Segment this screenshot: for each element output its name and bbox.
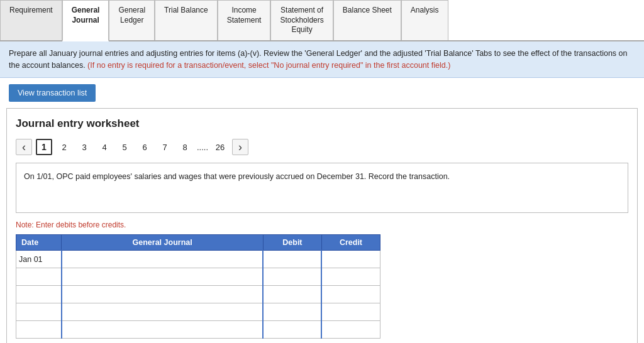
row1-date: Jan 01: [16, 251, 62, 268]
view-transaction-list-button[interactable]: View transaction list: [9, 84, 96, 102]
row1-desc-input[interactable]: [62, 254, 263, 265]
journal-entry-table: Date General Journal Debit Credit Jan 01: [16, 234, 380, 339]
tab-general-journal[interactable]: GeneralJournal: [62, 0, 109, 41]
row3-credit-input[interactable]: [322, 289, 380, 300]
pagination-prev-button[interactable]: ‹: [16, 139, 32, 155]
row2-debit-cell[interactable]: [263, 268, 321, 286]
row3-date: [16, 286, 62, 303]
col-header-credit: Credit: [321, 235, 380, 251]
row5-desc-input[interactable]: [62, 324, 263, 335]
pagination-ellipsis: .....: [197, 143, 208, 152]
row1-credit-input[interactable]: [322, 254, 380, 265]
instruction-red: (If no entry is required for a transacti…: [87, 61, 450, 70]
row2-desc-cell[interactable]: [62, 268, 264, 286]
row5-debit-input[interactable]: [264, 324, 321, 335]
transaction-description: On 1/01, OPC paid employees' salaries an…: [16, 163, 628, 213]
row2-debit-input[interactable]: [264, 271, 321, 283]
row2-date: [16, 268, 62, 286]
row3-debit-cell[interactable]: [263, 286, 321, 303]
tab-stockholders-equity[interactable]: Statement ofStockholdersEquity: [270, 0, 333, 40]
note-text: Note: Enter debits before credits.: [16, 220, 628, 229]
row1-credit-cell[interactable]: [321, 251, 380, 268]
row3-debit-input[interactable]: [264, 289, 321, 300]
tab-analysis[interactable]: Analysis: [401, 0, 448, 40]
row4-credit-input[interactable]: [322, 307, 380, 318]
tab-requirement[interactable]: Requirement: [0, 0, 62, 40]
row2-credit-input[interactable]: [322, 271, 380, 283]
pagination-page-26[interactable]: 26: [212, 139, 228, 155]
row5-credit-input[interactable]: [322, 324, 380, 335]
row2-desc-input[interactable]: [62, 271, 263, 283]
col-header-debit: Debit: [263, 235, 321, 251]
pagination-page-3[interactable]: 3: [76, 139, 92, 155]
tab-bar: Requirement GeneralJournal GeneralLedger…: [0, 0, 644, 41]
pagination-page-4[interactable]: 4: [96, 139, 113, 155]
table-row: [16, 321, 380, 339]
pagination-page-5[interactable]: 5: [116, 139, 133, 155]
tab-trial-balance[interactable]: Trial Balance: [155, 0, 218, 40]
row3-desc-cell[interactable]: [62, 286, 264, 303]
row4-credit-cell[interactable]: [321, 303, 380, 321]
row4-date: [16, 303, 62, 321]
tab-general-ledger[interactable]: GeneralLedger: [109, 0, 155, 40]
row4-debit-cell[interactable]: [263, 303, 321, 321]
row4-debit-input[interactable]: [264, 307, 321, 318]
row5-desc-cell[interactable]: [62, 321, 264, 339]
worksheet-panel: Journal entry worksheet ‹ 1 2 3 4 5 6 7 …: [6, 108, 638, 343]
pagination-page-2[interactable]: 2: [56, 139, 72, 155]
row4-desc-cell[interactable]: [62, 303, 264, 321]
pagination: ‹ 1 2 3 4 5 6 7 8 ..... 26 ›: [16, 139, 628, 155]
row3-desc-input[interactable]: [62, 289, 263, 300]
pagination-page-6[interactable]: 6: [136, 139, 153, 155]
instruction-box: Prepare all January journal entries and …: [0, 41, 644, 79]
pagination-page-8[interactable]: 8: [177, 139, 193, 155]
row1-debit-input[interactable]: [264, 254, 321, 265]
pagination-page-1[interactable]: 1: [36, 139, 52, 155]
table-row: [16, 268, 380, 286]
table-row: [16, 303, 380, 321]
row4-desc-input[interactable]: [62, 307, 263, 318]
table-row: Jan 01: [16, 251, 380, 268]
tab-balance-sheet[interactable]: Balance Sheet: [333, 0, 401, 40]
table-row: [16, 286, 380, 303]
col-header-general-journal: General Journal: [62, 235, 264, 251]
tab-income-statement[interactable]: IncomeStatement: [218, 0, 271, 40]
pagination-page-7[interactable]: 7: [157, 139, 173, 155]
pagination-next-button[interactable]: ›: [232, 139, 248, 155]
row3-credit-cell[interactable]: [321, 286, 380, 303]
col-header-date: Date: [16, 235, 62, 251]
row5-credit-cell[interactable]: [321, 321, 380, 339]
row1-desc-cell[interactable]: [62, 251, 264, 268]
row5-debit-cell[interactable]: [263, 321, 321, 339]
worksheet-title: Journal entry worksheet: [16, 117, 628, 130]
row1-debit-cell[interactable]: [263, 251, 321, 268]
row5-date: [16, 321, 62, 339]
row2-credit-cell[interactable]: [321, 268, 380, 286]
